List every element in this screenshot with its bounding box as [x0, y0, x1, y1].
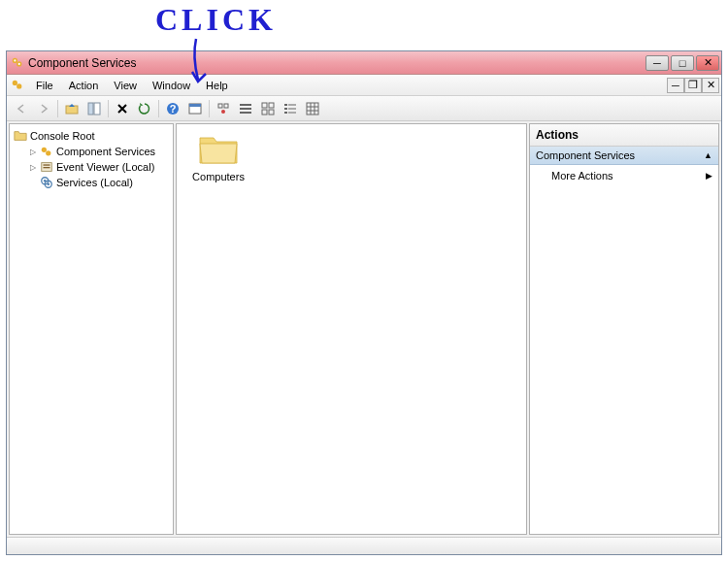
actions-item-label: More Actions	[551, 170, 613, 182]
svg-rect-25	[284, 108, 287, 110]
refresh-button[interactable]	[134, 98, 155, 119]
forward-button[interactable]	[33, 98, 54, 119]
expand-icon[interactable]: ▷	[27, 162, 38, 173]
minimize-icon: ─	[653, 57, 661, 69]
chevron-right-icon: ▶	[706, 171, 712, 181]
tree-item-label: Component Services	[56, 146, 155, 157]
svg-point-5	[17, 83, 21, 88]
console-tree-pane[interactable]: Console Root ▷ Component Services ▷ Even…	[9, 123, 174, 535]
component-services-icon	[40, 145, 53, 158]
delete-icon	[116, 102, 129, 116]
svg-text:?: ?	[170, 103, 177, 115]
delete-button[interactable]	[112, 98, 133, 119]
svg-point-42	[47, 182, 50, 185]
minimize-icon: ─	[672, 80, 679, 91]
menu-bar: File Action View Window Help ─ ❐ ✕	[7, 75, 721, 96]
content-pane[interactable]: Computers	[176, 123, 527, 535]
tree-root[interactable]: Console Root	[12, 128, 171, 144]
refresh-icon	[138, 102, 151, 116]
work-area: Console Root ▷ Component Services ▷ Even…	[7, 121, 721, 537]
svg-rect-19	[262, 103, 267, 108]
content-item-computers[interactable]: Computers	[184, 132, 252, 182]
minimize-button[interactable]: ─	[645, 55, 669, 71]
forward-icon	[37, 102, 50, 116]
menu-view[interactable]: View	[106, 78, 145, 93]
svg-point-4	[13, 80, 17, 84]
list-icon	[238, 101, 253, 116]
tree-root-label: Console Root	[30, 130, 95, 142]
svg-rect-18	[240, 112, 251, 114]
close-button[interactable]: ✕	[696, 55, 719, 71]
svg-rect-21	[262, 110, 267, 115]
extra-button-3[interactable]	[257, 98, 279, 119]
svg-point-2	[14, 59, 16, 61]
actions-header: Actions	[530, 124, 718, 147]
svg-rect-26	[288, 108, 296, 110]
title-bar[interactable]: Component Services ─ □ ✕	[7, 51, 721, 75]
svg-point-15	[221, 110, 225, 114]
toolbar-separator	[108, 100, 109, 117]
maximize-icon: □	[679, 57, 686, 69]
handwritten-arrow	[186, 37, 215, 87]
app-icon	[11, 56, 24, 70]
help-button[interactable]: ?	[162, 98, 183, 119]
maximize-button[interactable]: □	[671, 55, 694, 71]
services-icon	[40, 176, 53, 189]
svg-rect-20	[269, 103, 274, 108]
svg-rect-23	[284, 104, 287, 106]
back-button[interactable]	[11, 98, 32, 119]
menu-action[interactable]: Action	[61, 78, 107, 93]
app-icon-small	[11, 79, 24, 92]
details-icon	[282, 101, 298, 116]
svg-rect-28	[288, 112, 296, 114]
tree-item-component-services[interactable]: ▷ Component Services	[25, 144, 171, 159]
up-folder-icon	[64, 101, 80, 116]
mdi-close-button[interactable]: ✕	[702, 78, 719, 93]
actions-group-title[interactable]: Component Services ▲	[530, 147, 718, 165]
expand-placeholder	[27, 178, 38, 188]
tree-item-label: Services (Local)	[56, 177, 133, 188]
svg-rect-29	[307, 103, 318, 115]
restore-icon: ❐	[688, 79, 698, 91]
new-window-button[interactable]	[184, 98, 206, 119]
svg-rect-22	[269, 110, 274, 115]
expand-icon[interactable]: ▷	[27, 147, 38, 157]
show-hide-tree-button[interactable]	[83, 98, 105, 119]
status-bar	[7, 537, 721, 554]
folder-icon	[14, 129, 27, 143]
toolbar-separator	[57, 100, 58, 117]
tile-icon	[305, 101, 320, 116]
window-icon	[187, 101, 203, 116]
actions-more-actions[interactable]: More Actions ▶	[530, 165, 718, 186]
main-window: Component Services ─ □ ✕ File Action Vie…	[6, 50, 722, 555]
svg-rect-14	[224, 104, 228, 108]
up-button[interactable]	[61, 98, 83, 119]
handwritten-annotation: CLICK	[155, 2, 277, 38]
svg-rect-17	[240, 108, 251, 110]
actions-pane: Actions Component Services ▲ More Action…	[529, 123, 719, 535]
extra-button-5[interactable]	[302, 98, 323, 119]
svg-rect-24	[288, 104, 296, 106]
grid2-icon	[260, 101, 276, 116]
svg-rect-38	[44, 167, 50, 168]
svg-rect-8	[94, 103, 100, 115]
grid-icon	[215, 101, 231, 116]
svg-rect-7	[88, 103, 93, 115]
svg-point-34	[42, 148, 47, 152]
back-icon	[15, 102, 28, 116]
extra-button-4[interactable]	[280, 98, 301, 119]
svg-point-3	[18, 62, 20, 64]
tree-item-services[interactable]: Services (Local)	[25, 175, 171, 190]
extra-button-1[interactable]	[213, 98, 234, 119]
help-icon: ?	[165, 101, 181, 116]
mdi-restore-button[interactable]: ❐	[684, 78, 702, 93]
tree-item-event-viewer[interactable]: ▷ Event Viewer (Local)	[25, 159, 171, 175]
svg-point-35	[46, 150, 50, 155]
mdi-minimize-button[interactable]: ─	[667, 78, 684, 93]
menu-file[interactable]: File	[28, 78, 61, 93]
actions-group-label: Component Services	[536, 149, 635, 161]
svg-rect-37	[44, 164, 50, 165]
extra-button-2[interactable]	[235, 98, 256, 119]
event-viewer-icon	[40, 160, 53, 174]
window-title: Component Services	[28, 56, 645, 70]
